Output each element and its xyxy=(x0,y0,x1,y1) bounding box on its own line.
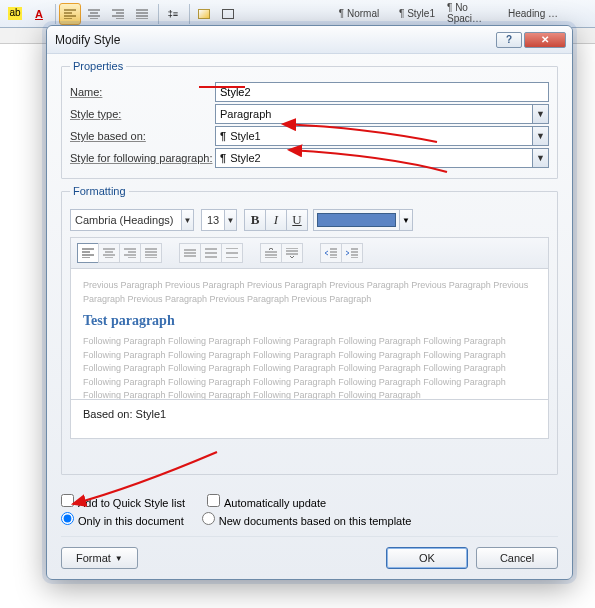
new-docs-radio[interactable]: New documents based on this template xyxy=(202,512,412,527)
basedon-combo[interactable]: ¶Style1 ▼ xyxy=(215,126,549,146)
properties-legend: Properties xyxy=(70,60,126,72)
preview-previous-text: Previous Paragraph Previous Paragraph Pr… xyxy=(83,279,536,306)
align-center-button[interactable] xyxy=(98,243,120,263)
spacing-15-button[interactable] xyxy=(200,243,222,263)
chevron-down-icon[interactable]: ▼ xyxy=(224,209,237,231)
style-type-value: Paragraph xyxy=(216,105,532,123)
basedon-value: Style1 xyxy=(230,130,261,142)
help-button[interactable]: ? xyxy=(496,32,522,48)
style-preview: Previous Paragraph Previous Paragraph Pr… xyxy=(70,268,549,400)
type-label: Style type: xyxy=(70,108,215,120)
paragraph-toolbar xyxy=(70,237,549,269)
indent-increase-button[interactable] xyxy=(341,243,363,263)
preview-following-text: Following Paragraph Following Paragraph … xyxy=(83,335,536,400)
style-summary: Based on: Style1 xyxy=(70,400,549,439)
chevron-down-icon[interactable]: ▼ xyxy=(532,149,548,167)
align-right-button[interactable] xyxy=(119,243,141,263)
highlight-icon[interactable]: ab xyxy=(4,3,26,25)
underline-button[interactable]: U xyxy=(286,209,308,231)
following-combo[interactable]: ¶Style2 ▼ xyxy=(215,148,549,168)
align-left-button[interactable] xyxy=(77,243,99,263)
font-size-combo[interactable]: 13 xyxy=(201,209,225,231)
titlebar[interactable]: Modify Style ? ✕ xyxy=(47,26,572,54)
format-button[interactable]: Format▼ xyxy=(61,547,138,569)
ok-button[interactable]: OK xyxy=(386,547,468,569)
style-chip-nospacing[interactable]: ¶ No Spaci… xyxy=(446,0,504,26)
style-chip-normal[interactable]: ¶ Normal xyxy=(330,0,388,26)
bold-button[interactable]: B xyxy=(244,209,266,231)
font-name-combo[interactable]: Cambria (Headings) xyxy=(70,209,182,231)
annotation-underline xyxy=(199,86,245,88)
formatting-legend: Formatting xyxy=(70,185,129,197)
space-before-inc-button[interactable] xyxy=(260,243,282,263)
indent-decrease-button[interactable] xyxy=(320,243,342,263)
close-button[interactable]: ✕ xyxy=(524,32,566,48)
align-left-icon[interactable] xyxy=(59,3,81,25)
align-right-icon[interactable] xyxy=(107,3,129,25)
auto-update-checkbox[interactable]: Automatically update xyxy=(207,494,326,509)
formatting-group: Formatting Cambria (Headings) ▼ 13 ▼ B I… xyxy=(61,185,558,475)
following-label: Style for following paragraph: xyxy=(70,152,215,164)
font-color-icon[interactable]: A xyxy=(28,3,50,25)
name-input[interactable] xyxy=(215,82,549,102)
align-justify-button[interactable] xyxy=(140,243,162,263)
chevron-down-icon: ▼ xyxy=(115,554,123,563)
chevron-down-icon[interactable]: ▼ xyxy=(532,105,548,123)
chevron-down-icon[interactable]: ▼ xyxy=(399,210,412,230)
style-type-combo[interactable]: Paragraph ▼ xyxy=(215,104,549,124)
properties-group: Properties Name: Style type: Paragraph ▼… xyxy=(61,60,558,179)
font-color-combo[interactable]: ▼ xyxy=(313,209,413,231)
basedon-label: Style based on: xyxy=(70,130,215,142)
align-center-icon[interactable] xyxy=(83,3,105,25)
style-chip-style1[interactable]: ¶ Style1 xyxy=(388,0,446,26)
quick-style-checkbox[interactable]: Add to Quick Style list xyxy=(61,494,185,509)
following-value: Style2 xyxy=(230,152,261,164)
modify-style-dialog: Modify Style ? ✕ Properties Name: Style … xyxy=(46,25,573,580)
line-spacing-icon[interactable]: ‡≡ xyxy=(162,3,184,25)
font-toolbar: Cambria (Headings) ▼ 13 ▼ B I U ▼ xyxy=(70,209,549,231)
only-this-doc-radio[interactable]: Only in this document xyxy=(61,512,184,527)
paragraph-icon: ¶ xyxy=(220,130,226,142)
options-area: Add to Quick Style list Automatically up… xyxy=(61,491,558,530)
spacing-1-button[interactable] xyxy=(179,243,201,263)
dialog-title: Modify Style xyxy=(55,33,494,47)
shading-icon[interactable] xyxy=(193,3,215,25)
justify-icon[interactable] xyxy=(131,3,153,25)
chevron-down-icon[interactable]: ▼ xyxy=(532,127,548,145)
preview-sample-text: Test paragraph xyxy=(83,310,536,331)
italic-button[interactable]: I xyxy=(265,209,287,231)
spacing-2-button[interactable] xyxy=(221,243,243,263)
name-label: Name: xyxy=(70,86,215,98)
dialog-buttons: Format▼ OK Cancel xyxy=(61,536,558,569)
space-before-dec-button[interactable] xyxy=(281,243,303,263)
style-chip-heading[interactable]: Heading … xyxy=(504,0,562,26)
borders-icon[interactable] xyxy=(217,3,239,25)
styles-gallery[interactable]: ¶ Normal ¶ Style1 ¶ No Spaci… Heading … xyxy=(330,0,562,26)
cancel-button[interactable]: Cancel xyxy=(476,547,558,569)
color-swatch xyxy=(317,213,396,227)
chevron-down-icon[interactable]: ▼ xyxy=(181,209,194,231)
paragraph-icon: ¶ xyxy=(220,152,226,164)
